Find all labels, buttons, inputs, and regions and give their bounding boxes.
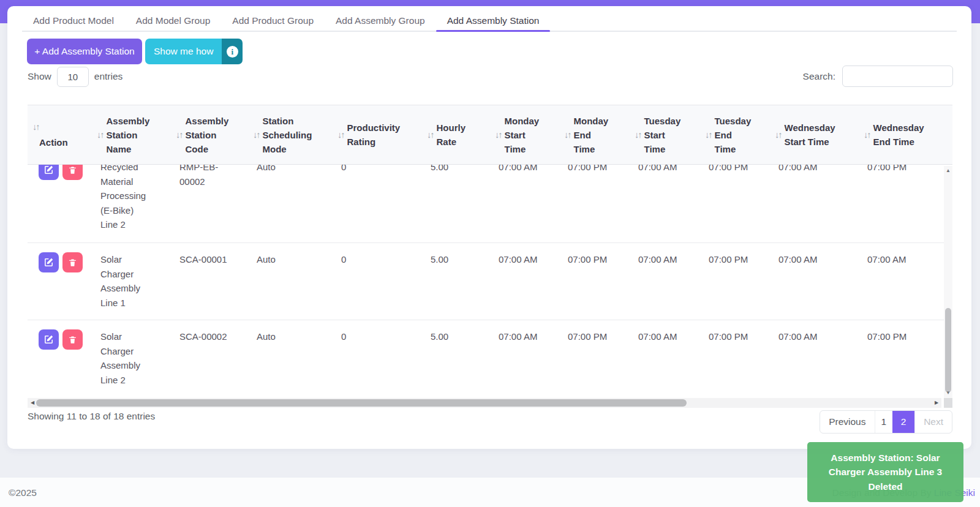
column-header-clipped[interactable]: ↓↑ [941,105,952,164]
cell-monday-end: 07:00 PM [553,320,624,397]
delete-button[interactable] [62,329,83,350]
cell-assembly-station-code: SCA-00002 [165,320,242,397]
cell-assembly-station-name: Solar Charger Assembly Line 1 [86,243,165,320]
cell-assembly-station-name: Recycled Material Processing (E-Bike) Li… [86,165,165,242]
cell-tuesday-end: 07:00 PM [694,243,764,320]
horizontal-scrollbar[interactable]: ◀ ▶ [28,398,941,408]
column-header-tuesday-start-time[interactable]: ↓↑ Tuesday Start Time [624,105,694,164]
edit-button[interactable] [39,252,59,272]
column-header-wednesday-start-time[interactable]: ↓↑ Wednesday Start Time [764,105,853,164]
pagination-page-1[interactable]: 1 [875,411,893,433]
entries-length-control: Show entries [28,66,123,87]
table-summary: Showing 11 to 18 of 18 entries [28,411,155,422]
sort-icon: ↓↑ [176,128,183,142]
column-header-station-scheduling-mode[interactable]: ↓↑ Station Scheduling Mode [242,105,326,164]
column-header-action[interactable]: ↓↑ Action [28,105,86,164]
cell-hourly-rate: 5.00 [416,243,484,320]
add-assembly-station-button[interactable]: + Add Assembly Station [27,39,142,64]
toast-message: Assembly Station: Solar Charger Assembly… [822,451,949,494]
cell-wednesday-start: 07:00 AM [764,243,853,320]
tab-add-model-group[interactable]: Add Model Group [125,11,222,31]
cell-monday-start: 07:00 AM [484,320,553,397]
cell-tuesday-end: 07:00 PM [694,320,764,397]
tab-add-assembly-group[interactable]: Add Assembly Group [325,11,436,31]
cell-wednesday-end: 07:00 PM [853,320,941,397]
search-control: Search: [803,66,953,87]
show-me-how-button[interactable]: Show me how i [145,39,243,64]
tab-bar: Add Product Model Add Model Group Add Pr… [22,11,957,32]
show-label: Show [28,71,51,82]
column-header-hourly-rate[interactable]: ↓↑ Hourly Rate [416,105,484,164]
row-actions [28,243,86,320]
info-segment[interactable]: i [222,39,243,64]
cell-scheduling-mode: Auto [242,243,326,320]
entries-count-input[interactable] [57,67,89,87]
column-header-assembly-station-code[interactable]: ↓↑ Assembly Station Code [165,105,242,164]
scroll-right-arrow-icon[interactable]: ▶ [932,398,941,408]
cell-scheduling-mode: Auto [242,320,326,397]
column-header-tuesday-end-time[interactable]: ↓↑ Tuesday End Time [694,105,764,164]
column-header-wednesday-end-time[interactable]: ↓↑ Wednesday End Time [853,105,941,164]
pagination: Previous 1 2 Next [820,410,952,434]
sort-icon: ↓↑ [32,120,39,134]
cell-assembly-station-code: RMP-EB-00002 [165,165,242,242]
sort-icon: ↓↑ [253,128,260,142]
scroll-down-arrow-icon[interactable]: ▼ [944,389,952,397]
cell-wednesday-start: 07:00 AM [764,320,853,397]
column-header-productivity-rating[interactable]: ↓↑ Productivity Rating [326,105,416,164]
column-header-monday-start-time[interactable]: ↓↑ Monday Start Time [484,105,553,164]
entries-label: entries [94,71,123,82]
show-me-how-label: Show me how [145,39,222,64]
sort-icon: ↓↑ [495,128,502,142]
row-actions [28,320,86,397]
scroll-left-arrow-icon[interactable]: ◀ [28,398,37,408]
tab-add-product-group[interactable]: Add Product Group [221,11,325,31]
pagination-next[interactable]: Next [914,411,952,433]
edit-button[interactable] [39,165,59,180]
sort-icon: ↓↑ [97,128,104,142]
scrollbar-corner [944,398,952,408]
cell-productivity-rating: 0 [326,320,416,397]
table-row: Recycled Material Processing (E-Bike) Li… [28,165,944,242]
cell-hourly-rate: 5.00 [416,165,484,242]
delete-button[interactable] [62,165,83,180]
cell-wednesday-end: 07:00 PM [853,165,941,242]
cell-monday-end: 07:00 PM [553,243,624,320]
delete-button[interactable] [62,252,83,272]
tab-add-assembly-station[interactable]: Add Assembly Station [436,11,551,31]
cell-productivity-rating: 0 [326,165,416,242]
sort-icon: ↓↑ [705,128,712,142]
search-input[interactable] [842,66,953,87]
cell-productivity-rating: 0 [326,243,416,320]
column-header-assembly-station-name[interactable]: ↓↑ Assembly Station Name [86,105,165,164]
column-header-monday-end-time[interactable]: ↓↑ Monday End Time [553,105,624,164]
cell-wednesday-end: 07:00 AM [853,243,941,320]
table-header-row: ↓↑ Action ↓↑ Assembly Station Name ↓↑ As… [28,105,952,165]
scroll-up-arrow-icon[interactable]: ▲ [944,167,952,175]
cell-monday-end: 07:00 PM [553,165,624,242]
cell-assembly-station-name: Solar Charger Assembly Line 2 [86,320,165,397]
cell-monday-start: 07:00 AM [484,165,553,242]
table-row: Solar Charger Assembly Line 2 SCA-00002 … [28,320,944,397]
edit-button[interactable] [39,329,59,350]
cell-monday-start: 07:00 AM [484,243,553,320]
toast-notification[interactable]: Assembly Station: Solar Charger Assembly… [807,442,963,502]
search-label: Search: [803,71,835,82]
cell-wednesday-start: 07:00 AM [764,165,853,242]
pagination-previous[interactable]: Previous [820,411,874,433]
sort-icon: ↓↑ [864,128,870,142]
assembly-station-table: ↓↑ Action ↓↑ Assembly Station Name ↓↑ As… [28,105,952,398]
sort-icon: ↓↑ [337,128,344,142]
cell-tuesday-start: 07:00 AM [624,320,694,397]
horizontal-scrollbar-thumb[interactable] [36,399,687,407]
cell-tuesday-end: 07:00 PM [694,165,764,242]
pagination-page-2[interactable]: 2 [892,411,914,433]
cell-tuesday-start: 07:00 AM [624,243,694,320]
vertical-scrollbar-thumb[interactable] [945,308,951,392]
tab-add-product-model[interactable]: Add Product Model [22,11,125,31]
sort-icon: ↓↑ [427,128,434,142]
cell-hourly-rate: 5.00 [416,320,484,397]
vertical-scrollbar[interactable]: ▲ ▼ [944,166,952,398]
info-icon: i [227,46,238,58]
content-card: Add Product Model Add Model Group Add Pr… [7,6,971,449]
